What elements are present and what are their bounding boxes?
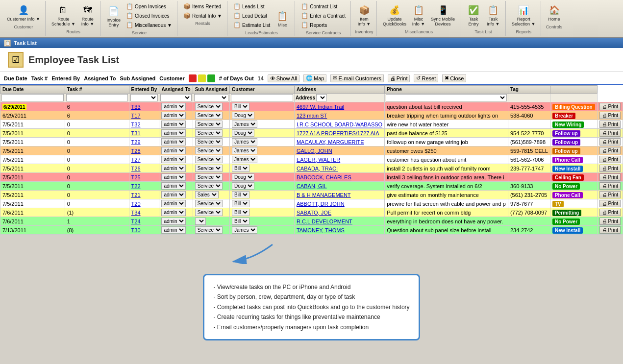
row-print-button[interactable]: 🖨 Print	[599, 156, 621, 163]
row-print-button[interactable]: 🖨 Print	[599, 112, 621, 119]
cell-task-id[interactable]: T32	[129, 120, 159, 129]
cell-entered-by[interactable]: admin	[159, 226, 193, 235]
show-all-button[interactable]: 👁 Show All	[268, 74, 299, 82]
cell-assigned-to[interactable]: Service	[193, 129, 229, 138]
route-info-button[interactable]: 🗺 RouteInfo ▼	[78, 2, 97, 28]
cell-sub-assigned[interactable]: Bill	[229, 191, 294, 199]
customer-link[interactable]: SABATO, JOE	[297, 210, 331, 216]
filter-phone[interactable]	[385, 94, 508, 102]
print-button[interactable]: 🖨 Print	[388, 74, 410, 82]
report-selection-button[interactable]: 📊 ReportSelection ▼	[510, 2, 537, 28]
task-id-link[interactable]: T24	[131, 218, 141, 224]
entered-select[interactable]: admin	[161, 226, 186, 234]
customer-link[interactable]: I.R.C SCHOOL BOARD-WABASSO	[297, 121, 382, 127]
entered-select[interactable]: admin	[161, 156, 186, 163]
cell-task-id[interactable]: T26	[129, 164, 159, 173]
cell-task-id[interactable]: T20	[129, 199, 159, 208]
cell-task-id[interactable]: T17	[129, 111, 159, 120]
cell-print[interactable]: 🖨 Print	[597, 138, 623, 146]
cell-customer[interactable]: BABCOCK, CHARLES	[294, 173, 384, 182]
cell-task-id[interactable]: T27	[129, 155, 159, 164]
task-id-link[interactable]: T27	[131, 157, 141, 163]
cell-sub-assigned[interactable]: James	[229, 226, 294, 235]
filter-entered[interactable]	[129, 94, 159, 102]
cell-task-id[interactable]: T25	[129, 173, 159, 182]
task-id-link[interactable]: T17	[131, 113, 141, 119]
row-print-button[interactable]: 🖨 Print	[599, 191, 621, 198]
task-info-button[interactable]: 📋 TaskInfo ▼	[484, 2, 502, 28]
cell-task-id[interactable]: T29	[129, 138, 159, 146]
cell-entered-by[interactable]: admin	[159, 191, 193, 199]
cell-print[interactable]: 🖨 Print	[597, 217, 623, 226]
customer-link[interactable]: B & H MANAGEMENT	[297, 192, 351, 198]
cell-assigned-to[interactable]: Service	[193, 138, 229, 146]
row-print-button[interactable]: 🖨 Print	[599, 165, 621, 172]
sub-select[interactable]: Bill	[232, 218, 249, 225]
cell-sub-assigned[interactable]: Bill	[229, 164, 294, 173]
cell-print[interactable]: 🖨 Print	[597, 199, 623, 208]
cell-customer[interactable]: TAMONEY, THOMS	[294, 226, 384, 235]
assigned-select[interactable]: Service	[195, 165, 223, 172]
customer-link[interactable]: CABAN, GIL	[297, 183, 327, 189]
customer-link[interactable]: 1727 A1A PROPERTIES/1727 AIA	[297, 130, 379, 136]
filter-assigned-select[interactable]	[160, 94, 191, 101]
assigned-select[interactable]: Service	[195, 147, 223, 154]
update-qb-button[interactable]: 💰 UpdateQuickBooks	[381, 2, 408, 28]
cell-assigned-to[interactable]: Service	[193, 155, 229, 164]
miscellaneous-button[interactable]: 📋 Miscellaneous ▼	[124, 21, 174, 29]
filter-customer[interactable]	[229, 94, 294, 102]
assigned-select[interactable]: Service	[195, 129, 223, 137]
contract-list-button[interactable]: 📋 Contract List	[299, 2, 348, 11]
cell-sub-assigned[interactable]: Bill	[229, 217, 294, 226]
row-print-button[interactable]: 🖨 Print	[599, 226, 621, 234]
entered-select[interactable]: admin	[161, 182, 186, 190]
customer-info-button[interactable]: 👤 Customer Info ▼	[5, 2, 42, 24]
cell-customer[interactable]: EAGER, WALTER	[294, 155, 384, 164]
estimate-list-button[interactable]: 📋 Estimate List	[231, 21, 272, 29]
sub-select[interactable]: Bill	[232, 209, 249, 216]
closed-invoices-button[interactable]: 📋 Closed Invoices	[124, 11, 174, 20]
assigned-select[interactable]: Service	[195, 138, 223, 146]
task-id-link[interactable]: T25	[131, 174, 141, 180]
cell-assigned-to[interactable]: Service	[193, 208, 229, 217]
task-id-link[interactable]: T32	[131, 121, 141, 127]
cell-customer[interactable]: SABATO, JOE	[294, 208, 384, 217]
task-id-link[interactable]: T31	[131, 130, 141, 136]
task-id-link[interactable]: T30	[131, 227, 141, 233]
open-invoices-button[interactable]: 📋 Open Invoices	[124, 2, 174, 11]
cell-assigned-to[interactable]: Sales	[193, 191, 229, 199]
sub-select[interactable]: James	[232, 156, 257, 163]
customer-link[interactable]: TAMONEY, THOMS	[297, 227, 345, 233]
cell-sub-assigned[interactable]: James	[229, 146, 294, 155]
filter-sub[interactable]	[193, 94, 229, 102]
cell-print[interactable]: 🖨 Print	[597, 164, 623, 173]
cell-customer[interactable]: GALLO, JOHN	[294, 146, 384, 155]
task-id-link[interactable]: T29	[131, 139, 141, 145]
sub-select[interactable]: James	[232, 121, 257, 128]
cell-task-id[interactable]: T24	[129, 217, 159, 226]
row-print-button[interactable]: 🖨 Print	[599, 138, 621, 146]
cell-customer[interactable]: 1727 A1A PROPERTIES/1727 AIA	[294, 129, 384, 138]
cell-entered-by[interactable]: admin	[159, 173, 193, 182]
cell-sub-assigned[interactable]: Doug	[229, 111, 294, 120]
cell-task-id[interactable]: T22	[129, 182, 159, 191]
sub-select[interactable]: James	[232, 147, 257, 154]
cell-print[interactable]: 🖨 Print	[597, 226, 623, 235]
row-print-button[interactable]: 🖨 Print	[599, 182, 621, 190]
cell-sub-assigned[interactable]: James	[229, 155, 294, 164]
entered-select[interactable]: admin	[161, 200, 186, 207]
cell-print[interactable]: 🖨 Print	[597, 102, 623, 111]
sub-select[interactable]: Doug	[232, 182, 254, 190]
assigned-select[interactable]: Service	[195, 103, 223, 110]
cell-assigned-to[interactable]: Service	[193, 173, 229, 182]
cell-print[interactable]: 🖨 Print	[597, 146, 623, 155]
email-customers-button[interactable]: ✉ E-mail Customers	[330, 74, 383, 82]
filter-sub-select[interactable]	[194, 94, 228, 101]
cell-print[interactable]: 🖨 Print	[597, 173, 623, 182]
row-print-button[interactable]: 🖨 Print	[599, 200, 621, 207]
cell-entered-by[interactable]: admin	[159, 102, 193, 111]
cell-customer[interactable]: 123 main ST	[294, 111, 384, 120]
cell-assigned-to[interactable]: Service	[193, 111, 229, 120]
cell-sub-assigned[interactable]: Bill	[229, 208, 294, 217]
sub-select[interactable]: Bill	[232, 103, 249, 110]
